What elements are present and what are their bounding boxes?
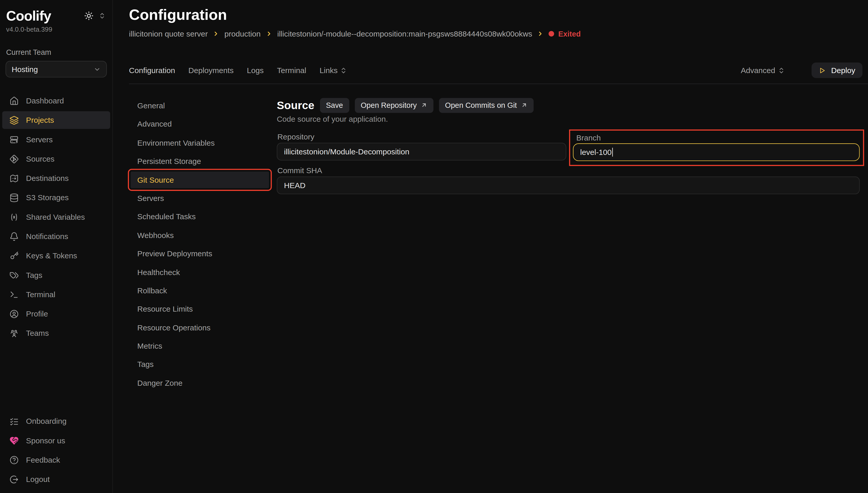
tab-terminal[interactable]: Terminal <box>277 66 306 74</box>
current-team-label: Current Team <box>0 48 112 56</box>
breadcrumb-environment[interactable]: production <box>225 29 261 38</box>
sidebar-item-sponsor-us[interactable]: Sponsor us <box>2 431 110 449</box>
subnav-item-advanced[interactable]: Advanced <box>131 116 269 132</box>
sidebar-item-servers[interactable]: Servers <box>2 131 110 148</box>
app-root: Coolify v4.0.0-beta.399 Current Team Hos… <box>0 0 868 493</box>
tags-icon <box>9 271 19 280</box>
open-commits-label: Open Commits on Git <box>445 101 517 109</box>
subnav-item-resource-limits[interactable]: Resource Limits <box>131 301 269 317</box>
tab-logs[interactable]: Logs <box>247 66 263 74</box>
sidebar-item-label: Onboarding <box>26 416 66 425</box>
sidebar-item-profile[interactable]: Profile <box>2 305 110 323</box>
sidebar-item-label: S3 Storages <box>26 193 69 202</box>
chevron-right-icon <box>213 30 219 37</box>
breadcrumb-application[interactable]: illicitestonion/-module--decomposition:m… <box>277 29 532 38</box>
subnav-item-preview-deployments[interactable]: Preview Deployments <box>131 245 269 262</box>
arrow-up-right-icon <box>521 102 527 109</box>
sidebar-item-s3-storages[interactable]: S3 Storages <box>2 189 110 206</box>
section-description: Code source of your application. <box>277 114 388 123</box>
layers-icon <box>9 115 19 125</box>
logout-icon <box>9 474 19 484</box>
sidebar-item-dashboard[interactable]: Dashboard <box>2 92 110 110</box>
sidebar-item-label: Destinations <box>26 174 69 183</box>
sidebar-item-tags[interactable]: Tags <box>2 266 110 284</box>
sidebar-item-label: Shared Variables <box>26 213 85 221</box>
tab-deployments[interactable]: Deployments <box>188 66 234 74</box>
subnav-item-healthcheck[interactable]: Healthcheck <box>131 264 269 280</box>
sidebar-item-terminal[interactable]: Terminal <box>2 286 110 303</box>
theme-select-chevrons-icon[interactable] <box>99 12 106 19</box>
breadcrumb-project[interactable]: illicitonion quote server <box>129 29 208 38</box>
annotation-box-branch: Branch level-100 <box>569 129 864 166</box>
subnav-item-environment-variables[interactable]: Environment Variables <box>131 134 269 151</box>
page-title: Configuration <box>129 6 227 24</box>
sidebar-item-projects[interactable]: Projects <box>2 111 110 129</box>
subnav-item-tags[interactable]: Tags <box>131 356 269 373</box>
branch-label: Branch <box>576 133 601 142</box>
terminal-icon <box>9 290 19 299</box>
configuration-subnav: General Advanced Environment Variables P… <box>131 97 269 391</box>
subnav-item-metrics[interactable]: Metrics <box>131 338 269 354</box>
open-commits-button[interactable]: Open Commits on Git <box>439 98 533 113</box>
subnav-item-danger-zone[interactable]: Danger Zone <box>131 374 269 391</box>
branch-input[interactable]: level-100 <box>573 143 860 161</box>
status-text: Exited <box>558 29 581 38</box>
sidebar-item-label: Sources <box>26 154 54 163</box>
sidebar-item-label: Projects <box>26 115 54 124</box>
sidebar-item-label: Keys & Tokens <box>26 251 77 260</box>
open-repository-label: Open Repository <box>361 101 417 109</box>
deploy-label: Deploy <box>831 66 855 74</box>
git-source-panel: Source Save Open Repository Open Commits… <box>277 97 860 113</box>
advanced-menu[interactable]: Advanced <box>741 66 785 74</box>
subnav-item-general[interactable]: General <box>131 97 269 114</box>
subnav-item-scheduled-tasks[interactable]: Scheduled Tasks <box>131 208 269 225</box>
subnav-item-resource-operations[interactable]: Resource Operations <box>131 319 269 336</box>
sidebar-item-label: Profile <box>26 309 48 318</box>
status-dot-icon <box>549 31 554 37</box>
play-icon <box>819 67 826 74</box>
save-button[interactable]: Save <box>320 98 349 113</box>
sidebar-item-keys-tokens[interactable]: Keys & Tokens <box>2 247 110 264</box>
help-circle-icon <box>9 455 19 465</box>
sidebar-item-logout[interactable]: Logout <box>2 470 110 488</box>
home-icon <box>9 96 19 106</box>
open-repository-button[interactable]: Open Repository <box>355 98 433 113</box>
map-icon <box>9 173 19 183</box>
deploy-button[interactable]: Deploy <box>812 63 863 78</box>
chevron-down-icon <box>93 66 101 73</box>
tab-links[interactable]: Links <box>319 66 347 74</box>
sidebar-item-feedback[interactable]: Feedback <box>2 451 110 469</box>
team-select-value: Hosting <box>12 65 38 73</box>
variables-icon <box>9 212 19 222</box>
checklist-icon <box>9 416 19 426</box>
sidebar-item-label: Dashboard <box>26 96 64 105</box>
sidebar-item-destinations[interactable]: Destinations <box>2 169 110 187</box>
sidebar-item-notifications[interactable]: Notifications <box>2 228 110 245</box>
commit-sha-value: HEAD <box>284 181 305 190</box>
subnav-item-webhooks[interactable]: Webhooks <box>131 227 269 243</box>
arrow-up-right-icon <box>421 102 427 109</box>
subnav-item-rollback[interactable]: Rollback <box>131 282 269 299</box>
subnav-item-persistent-storage[interactable]: Persistent Storage <box>131 153 269 170</box>
tab-links-label: Links <box>319 66 337 74</box>
sidebar-footer-nav: Onboarding Sponsor us Feedback Logout <box>0 412 112 488</box>
subnav-item-git-source[interactable]: Git Source <box>131 171 269 188</box>
sidebar-item-teams[interactable]: Teams <box>2 324 110 342</box>
sidebar-item-shared-variables[interactable]: Shared Variables <box>2 208 110 226</box>
commit-sha-label: Commit SHA <box>277 166 322 175</box>
subnav-item-servers[interactable]: Servers <box>131 190 269 207</box>
repository-input[interactable]: illicitestonion/Module-Decomposition <box>277 143 566 160</box>
tab-bar: Configuration Deployments Logs Terminal … <box>129 63 862 78</box>
sidebar-item-label: Terminal <box>26 290 55 299</box>
sidebar: Coolify v4.0.0-beta.399 Current Team Hos… <box>0 0 113 493</box>
advanced-label: Advanced <box>741 66 775 74</box>
sidebar-item-sources[interactable]: Sources <box>2 150 110 168</box>
repository-value: illicitestonion/Module-Decomposition <box>284 147 409 156</box>
chevrons-up-down-icon <box>778 67 785 74</box>
theme-toggle-sun-icon[interactable] <box>84 11 94 21</box>
team-select[interactable]: Hosting <box>6 61 107 78</box>
tab-configuration[interactable]: Configuration <box>129 66 175 74</box>
commit-sha-input[interactable]: HEAD <box>277 176 860 194</box>
sidebar-item-onboarding[interactable]: Onboarding <box>2 412 110 430</box>
server-icon <box>9 135 19 144</box>
